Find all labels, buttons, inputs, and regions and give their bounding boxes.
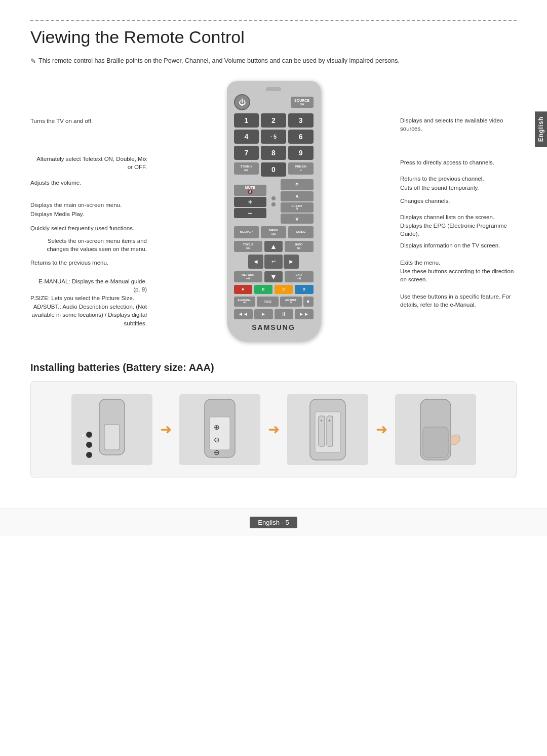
color-b-button[interactable]: B [254,285,272,294]
color-buttons-row: A B C D [234,285,314,294]
dpad-down-button[interactable]: ▼ [264,271,283,282]
return-button[interactable]: RETURN ↩⊟ [234,271,263,282]
exit-button[interactable]: EXIT ~⊟ [285,271,314,282]
volume-section: MUTE 🔇 + – [234,185,267,218]
btn-5[interactable]: · 5 [261,130,286,144]
battery-img-2: ⊕ ⊖ ⊖ [179,394,260,465]
btn-2[interactable]: 2 [261,113,286,128]
stop-button[interactable]: ■ [303,297,314,307]
language-tab: English [535,111,547,147]
adsubt-button[interactable]: AD/SUBT. ⊟ [280,297,302,307]
playback-row: ◄◄ ► ⏸ ►► [234,309,314,319]
channel-up-button[interactable]: ∧ [281,191,314,201]
volume-down-button[interactable]: – [234,208,267,218]
remote-control-image: ⏻ SOURCE ⊡⊟ 1 2 3 4 · 5 6 7 8 9 [213,81,334,342]
mute-label: Cuts off the sound temporarily. [400,183,517,192]
power-label: Turns the TV on and off. [30,116,147,125]
return-exit-row: RETURN ↩⊟ ▼ EXIT ~⊟ [234,271,314,282]
emanual-row: E-MANUAL ⊟⊟ P.SIZE AD/SUBT. ⊟ ■ [234,297,314,307]
channel-label: Press to directly access to channels. [400,158,517,167]
tools-button[interactable]: TOOLS ⊡⊟ [234,241,263,252]
svg-text:●: ● [82,433,84,438]
tools-info-row: TOOLS ⊡⊟ ▲ INFO ℹ⊟ [234,241,314,252]
btn-7[interactable]: 7 [234,146,259,160]
info-button[interactable]: INFO ℹ⊟ [285,241,314,252]
prev-ch-label: Returns to the previous channel. [400,174,517,183]
dpad-left-button[interactable]: ◄ [248,255,263,269]
prech-button[interactable]: PRE-CH ↩ [288,162,314,175]
battery-img-3: + + [287,394,368,465]
btn-3[interactable]: 3 [288,113,314,128]
mute-button[interactable]: MUTE 🔇 [234,185,267,196]
dpad-area: ◄ ↩ ► [234,255,314,269]
power-button[interactable]: ⏻ [234,94,250,110]
arrow-2: ➜ [268,421,280,438]
intro-note: This remote control has Braille points o… [30,56,517,66]
chlist-button[interactable]: CH LIST ⊟ [281,202,314,213]
svg-rect-18 [423,427,448,457]
remote-diagram: Turns the TV on and off. Alternately sel… [30,81,517,342]
battery-title: Installing batteries (Battery size: AAA) [30,362,517,373]
samsung-logo: SAMSUNG [234,323,314,331]
color-a-button[interactable]: A [234,285,252,294]
guide-button[interactable]: GUIDE [288,226,314,238]
dpad-up-button[interactable]: ▲ [264,241,283,252]
svg-text:+: + [320,418,323,423]
volume-label: Adjusts the volume. [30,178,147,187]
battery-step-3: + + [287,394,368,465]
btn-6[interactable]: 6 [288,130,314,144]
mediaplay-label: Displays Media Play. [30,209,147,219]
btn-1[interactable]: 1 [234,113,259,128]
color-d-button[interactable]: D [295,285,313,294]
emanual-button[interactable]: E-MANUAL ⊟⊟ [234,297,256,307]
left-labels-column: Turns the TV on and off. Alternately sel… [30,81,147,327]
section-divider [30,20,517,21]
remote-bump [266,87,281,91]
btn-4[interactable]: 4 [234,130,259,144]
channel-section: P ∧ CH LIST ⊟ ∨ [281,179,314,224]
battery-step-4 [395,394,476,465]
adsubt-label: AD/SUBT.: Audio Description selection. (… [30,303,147,327]
ttx-button[interactable]: TTX/MIX ⊡⊟ [234,162,259,175]
battery-img-4 [395,394,476,465]
emanual-label: E-MANUAL: Displays the e-Manual guide. (… [30,277,147,293]
svg-rect-1 [104,425,120,450]
tools-label: Quickly select frequently used functions… [30,224,147,233]
svg-text:+: + [328,418,331,423]
battery-section: Installing batteries (Battery size: AAA)… [30,362,517,478]
pause-button[interactable]: ⏸ [275,309,293,319]
psize-button[interactable]: P.SIZE [257,297,279,307]
battery-step-1: ● [71,394,152,465]
svg-text:⊕: ⊕ [214,423,220,431]
channel-down-button[interactable]: ∨ [281,214,314,224]
ch-change-label: Changes channels. [400,196,517,205]
dpad-center-button[interactable]: ↩ [264,255,283,269]
color-c-button[interactable]: C [275,285,293,294]
mediap-button[interactable]: MEDIA.P [234,226,259,238]
dpad-right-button[interactable]: ► [284,255,299,269]
source-label: Displays and selects the available video… [400,116,517,133]
svg-rect-7 [210,417,230,450]
btn-8[interactable]: 8 [261,146,286,160]
number-grid: 1 2 3 4 · 5 6 7 8 9 [234,113,314,160]
svg-point-2 [86,432,92,438]
epg-label: Displays the EPG (Electronic Programme G… [400,222,517,238]
arrow-1: ➜ [160,421,172,438]
exit-label: Exits the menu. [400,258,517,267]
btn-9[interactable]: 9 [288,146,314,160]
volume-up-button[interactable]: + [234,197,267,207]
return-label: Returns to the previous menu. [30,258,147,267]
media-menu-row: MEDIA.P MENU ⊟⊟ GUIDE [234,226,314,238]
menu-button[interactable]: MENU ⊟⊟ [261,226,286,238]
forward-button[interactable]: ►► [295,309,314,319]
btn-0[interactable]: 0 [261,162,286,177]
battery-img-1: ● [71,394,152,465]
play-button[interactable]: ► [254,309,273,319]
remote-body: ⏻ SOURCE ⊡⊟ 1 2 3 4 · 5 6 7 8 9 [227,81,321,342]
battery-step-2: ⊕ ⊖ ⊖ [179,394,260,465]
info-label: Displays information on the TV screen. [400,241,517,250]
select-label: Selects the on-screen menu items and cha… [30,237,147,253]
source-button[interactable]: SOURCE ⊡⊟ [291,97,314,108]
rewind-button[interactable]: ◄◄ [234,309,253,319]
page-footer: English - 5 [0,509,547,536]
